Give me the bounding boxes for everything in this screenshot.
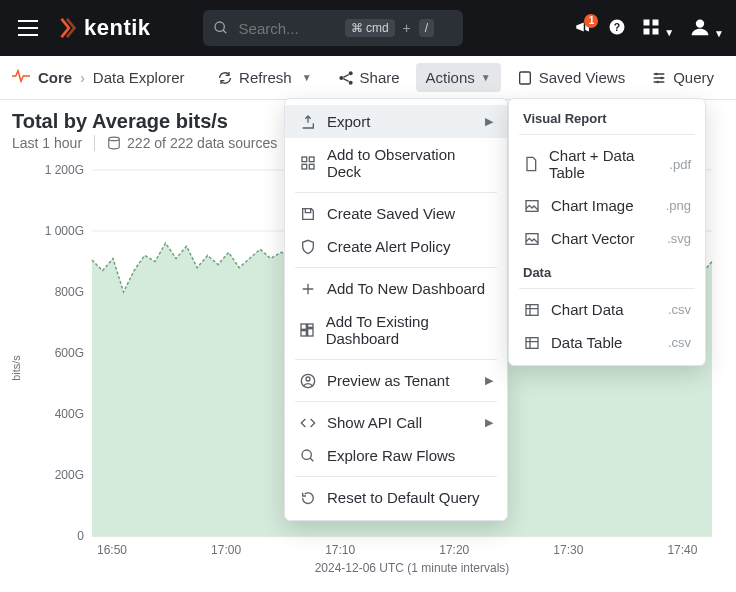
database-icon <box>107 136 121 150</box>
chevron-down-icon[interactable]: ▼ <box>302 72 312 83</box>
kbd-cmd: ⌘ cmd <box>345 19 395 37</box>
svg-point-46 <box>302 450 311 459</box>
brand-icon <box>56 17 78 39</box>
user-circle-icon <box>299 373 317 389</box>
sliders-icon <box>651 70 667 86</box>
menu-export[interactable]: Export ▶ <box>285 105 507 138</box>
reset-icon <box>299 490 317 506</box>
svg-point-10 <box>348 80 352 84</box>
svg-text:16:50: 16:50 <box>97 543 127 557</box>
divider <box>94 135 95 151</box>
actions-button[interactable]: Actions ▼ <box>416 63 501 92</box>
query-button[interactable]: Query <box>641 63 724 92</box>
query-label: Query <box>673 69 714 86</box>
svg-rect-39 <box>309 164 314 169</box>
brand-text: kentik <box>84 15 151 41</box>
svg-text:600G: 600G <box>55 346 84 360</box>
svg-point-9 <box>348 71 352 75</box>
svg-rect-5 <box>644 28 650 34</box>
breadcrumb-page[interactable]: Data Explorer <box>93 69 185 86</box>
zoom-icon <box>299 448 317 464</box>
y-axis-label: bits/s <box>12 355 22 381</box>
menu-add-new-dash[interactable]: Add To New Dashboard <box>285 272 507 305</box>
export-data-table[interactable]: Data Table .csv <box>509 326 705 359</box>
menu-separator <box>295 476 497 477</box>
kbd-slash: / <box>419 19 434 37</box>
search-icon <box>213 20 229 36</box>
notifications-button[interactable]: 1 <box>574 18 592 39</box>
share-button[interactable]: Share <box>328 63 410 92</box>
svg-rect-41 <box>308 324 313 327</box>
breadcrumb-root[interactable]: Core <box>38 69 72 86</box>
dashboard-icon <box>299 322 316 338</box>
svg-text:400G: 400G <box>55 407 84 421</box>
svg-text:800G: 800G <box>55 285 84 299</box>
brand-logo[interactable]: kentik <box>56 15 151 41</box>
svg-rect-43 <box>301 331 306 336</box>
svg-rect-4 <box>653 19 659 25</box>
menu-preview-tenant[interactable]: Preview as Tenant ▶ <box>285 364 507 397</box>
menu-create-saved[interactable]: Create Saved View <box>285 197 507 230</box>
refresh-button[interactable]: Refresh ▼ <box>207 63 321 92</box>
svg-text:17:00: 17:00 <box>211 543 241 557</box>
menu-create-alert[interactable]: Create Alert Policy <box>285 230 507 263</box>
time-range: Last 1 hour <box>12 135 82 151</box>
svg-text:0: 0 <box>77 529 84 543</box>
help-button[interactable]: ? <box>608 18 626 39</box>
svg-rect-11 <box>519 72 530 84</box>
menu-separator <box>295 192 497 193</box>
pulse-icon <box>12 69 30 86</box>
menu-explore-raw[interactable]: Explore Raw Flows <box>285 439 507 472</box>
chevron-right-icon: ▶ <box>485 416 493 429</box>
subbar: Core › Data Explorer Refresh ▼ Share Act… <box>0 56 736 100</box>
image-icon <box>523 198 541 214</box>
svg-point-7 <box>696 19 704 27</box>
menu-show-api[interactable]: Show API Call ▶ <box>285 406 507 439</box>
menu-add-obs[interactable]: Add to Observation Deck <box>285 138 507 188</box>
export-chart-table[interactable]: Chart + Data Table .pdf <box>509 139 705 189</box>
actions-menu: Export ▶ Add to Observation Deck Create … <box>284 98 508 521</box>
export-chart-vector[interactable]: Chart Vector .svg <box>509 222 705 255</box>
svg-rect-38 <box>302 164 307 169</box>
svg-text:200G: 200G <box>55 468 84 482</box>
search-input[interactable] <box>237 19 337 38</box>
menu-separator <box>519 134 695 135</box>
svg-text:?: ? <box>614 20 620 32</box>
search-box[interactable]: ⌘ cmd + / <box>203 10 463 46</box>
actions-label: Actions <box>426 69 475 86</box>
chevron-right-icon: › <box>80 70 85 86</box>
menu-separator <box>295 401 497 402</box>
svg-point-12 <box>655 72 658 75</box>
svg-rect-50 <box>526 337 538 348</box>
notif-badge: 1 <box>584 14 598 28</box>
hamburger-menu[interactable] <box>12 12 44 44</box>
hamburger-icon <box>18 20 38 36</box>
export-chart-image[interactable]: Chart Image .png <box>509 189 705 222</box>
data-sources: 222 of 222 data sources <box>127 135 277 151</box>
menu-add-existing-dash[interactable]: Add To Existing Dashboard <box>285 305 507 355</box>
svg-rect-40 <box>301 324 306 329</box>
topbar-right: 1 ? ▼ ▼ <box>574 17 724 40</box>
document-icon <box>523 156 539 172</box>
menu-separator <box>295 359 497 360</box>
svg-rect-3 <box>644 19 650 25</box>
export-chart-data[interactable]: Chart Data .csv <box>509 293 705 326</box>
chevron-down-icon: ▼ <box>481 72 491 83</box>
export-data-header: Data <box>509 259 705 284</box>
svg-rect-37 <box>309 157 314 162</box>
svg-point-15 <box>109 137 120 141</box>
svg-text:17:40: 17:40 <box>667 543 697 557</box>
topbar: kentik ⌘ cmd + / 1 ? ▼ ▼ <box>0 0 736 56</box>
chevron-right-icon: ▶ <box>485 374 493 387</box>
shield-icon <box>299 239 317 255</box>
apps-button[interactable]: ▼ <box>642 18 674 39</box>
save-icon <box>299 206 317 222</box>
saved-views-button[interactable]: Saved Views <box>507 63 635 92</box>
bookmark-icon <box>517 70 533 86</box>
svg-text:17:10: 17:10 <box>325 543 355 557</box>
menu-reset[interactable]: Reset to Default Query <box>285 481 507 514</box>
user-menu[interactable]: ▼ <box>690 17 724 40</box>
svg-text:1 200G: 1 200G <box>45 163 84 177</box>
svg-rect-49 <box>526 304 538 315</box>
user-icon <box>690 17 710 37</box>
